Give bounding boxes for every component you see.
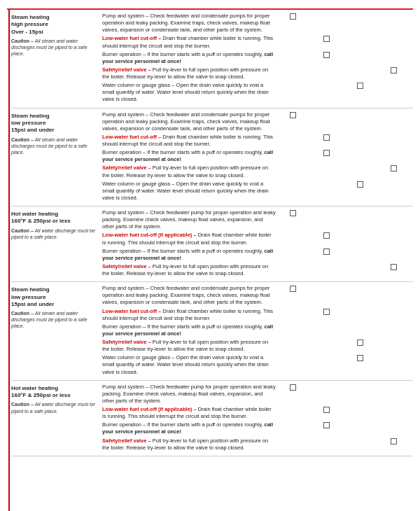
check-row-s1-0: Pump and system – Check feedwater and co… (102, 13, 410, 34)
checkbox-weekly[interactable] (323, 232, 330, 239)
equipment-col-s4: Steam heatinglow pressure15psi and under… (11, 285, 102, 377)
check-cell-daily-s3-0 (276, 209, 309, 216)
check-cell-quarterly-s1-3 (377, 66, 410, 74)
checkbox-daily[interactable] (290, 13, 296, 20)
checkbox-weekly[interactable] (323, 248, 330, 255)
check-text-s3-1: Low-water fuel cut-off (if applicable) –… (102, 232, 276, 246)
equipment-title-s4: Steam heatinglow pressure15psi and under (11, 286, 98, 308)
check-cell-weekly-s1-0 (309, 13, 343, 20)
check-boxes-s4-3 (276, 339, 410, 346)
equipment-title-s2: Steam heatinglow pressure15psi and under (11, 113, 98, 134)
check-cell-quarterly-s4-3 (377, 339, 410, 346)
equipment-title-s3: Hot water heating160°F & 250psi or less (11, 211, 98, 225)
check-cell-weekly-s4-0 (309, 285, 343, 292)
check-cell-daily-s2-3 (276, 164, 309, 172)
checkbox-daily[interactable] (290, 112, 296, 118)
check-cell-weekly-s3-0 (309, 209, 343, 216)
section-s2: Steam heatinglow pressure15psi and under… (11, 108, 413, 207)
check-boxes-s5-1 (276, 406, 410, 413)
check-cell-daily-s5-3 (276, 438, 309, 444)
checkbox-quarterly[interactable] (391, 264, 397, 270)
check-cell-quarterly-s5-3 (377, 438, 410, 444)
check-cell-monthly-s2-3 (343, 164, 377, 172)
check-cell-daily-s5-1 (276, 406, 309, 413)
checkbox-daily[interactable] (290, 384, 296, 391)
checkbox-weekly[interactable] (323, 36, 330, 42)
check-cell-weekly-s3-3 (309, 263, 343, 270)
checkbox-daily[interactable] (290, 210, 296, 216)
checkbox-monthly[interactable] (357, 83, 363, 89)
check-cell-daily-s1-3 (276, 66, 309, 74)
equipment-caution-s1: Caution – All steam and water discharges… (11, 38, 98, 57)
check-cell-quarterly-s1-1 (377, 35, 410, 42)
checkbox-weekly[interactable] (323, 150, 330, 156)
check-text-s3-0: Pump and system – Check feedwater pump f… (102, 209, 276, 230)
section-s3: Hot water heating160°F & 250psi or lessC… (11, 206, 413, 282)
check-boxes-s1-3 (276, 66, 410, 74)
check-cell-monthly-s5-3 (343, 438, 377, 444)
checkbox-weekly[interactable] (323, 309, 330, 315)
check-text-s1-2: Burner operation – If the burner starts … (102, 51, 276, 65)
check-cell-daily-s4-4 (276, 354, 309, 361)
check-cell-weekly-s1-3 (309, 66, 343, 74)
check-text-s2-4: Water column or gauge glass – Open the d… (102, 181, 276, 202)
checkbox-daily[interactable] (290, 286, 296, 292)
checkbox-quarterly[interactable] (391, 438, 397, 444)
equipment-title-s1: Steam heatinghigh pressureOver - 15psi (11, 14, 98, 36)
checkbox-weekly[interactable] (323, 422, 330, 428)
check-row-s3-2: Burner operation – If the burner starts … (102, 248, 410, 262)
check-text-s2-2: Burner operation – If the burner starts … (102, 149, 276, 163)
check-cell-monthly-s4-0 (343, 285, 377, 292)
check-cell-monthly-s4-4 (343, 354, 377, 361)
checkbox-monthly[interactable] (357, 181, 363, 188)
check-boxes-s3-0 (276, 209, 410, 216)
check-text-s3-2: Burner operation – If the burner starts … (102, 248, 276, 262)
check-row-s3-0: Pump and system – Check feedwater pump f… (102, 209, 410, 230)
what-col-s1: Pump and system – Check feedwater and co… (102, 13, 413, 105)
check-row-s2-1: Low-water fuel cut-off – Drain float cha… (102, 134, 410, 148)
check-cell-monthly-s3-2 (343, 248, 377, 255)
check-boxes-s3-3 (276, 263, 410, 270)
check-boxes-s5-3 (276, 438, 410, 444)
check-cell-monthly-s2-4 (343, 181, 377, 188)
checkbox-quarterly[interactable] (391, 165, 397, 172)
checkbox-weekly[interactable] (323, 407, 330, 413)
check-text-s2-1: Low-water fuel cut-off – Drain float cha… (102, 134, 276, 148)
check-text-s1-0: Pump and system – Check feedwater and co… (102, 13, 276, 34)
checkbox-weekly[interactable] (323, 52, 330, 58)
check-text-s1-1: Low-water fuel cut-off – Drain float cha… (102, 35, 276, 49)
checkbox-monthly[interactable] (357, 355, 363, 361)
check-cell-quarterly-s2-2 (377, 149, 410, 156)
check-cell-monthly-s5-0 (343, 384, 377, 391)
check-boxes-s1-0 (276, 13, 410, 20)
equipment-caution-s4: Caution – All steam and water discharges… (11, 310, 98, 329)
check-cell-weekly-s5-0 (309, 384, 343, 391)
check-cell-quarterly-s4-4 (377, 354, 410, 361)
check-cell-weekly-s4-1 (309, 308, 343, 315)
check-text-s4-4: Water column or gauge glass – Open the d… (102, 354, 276, 375)
check-boxes-s4-4 (276, 354, 410, 361)
equipment-title-s5: Hot water heating160°F & 250psi or less (11, 385, 98, 400)
checkbox-quarterly[interactable] (391, 67, 397, 74)
check-cell-weekly-s1-2 (309, 51, 343, 58)
check-cell-daily-s2-1 (276, 134, 309, 141)
check-cell-quarterly-s3-1 (377, 232, 410, 239)
check-row-s2-0: Pump and system – Check feedwater and co… (102, 111, 410, 132)
check-cell-quarterly-s1-2 (377, 51, 410, 58)
check-cell-monthly-s2-2 (343, 149, 377, 156)
check-cell-quarterly-s1-0 (377, 13, 410, 20)
sections-wrapper: Steam heatinghigh pressureOver - 15psiCa… (7, 10, 413, 511)
check-cell-weekly-s2-4 (309, 181, 343, 188)
check-row-s1-1: Low-water fuel cut-off – Drain float cha… (102, 35, 410, 49)
equipment-col-s2: Steam heatinglow pressure15psi and under… (11, 111, 102, 204)
checkbox-monthly[interactable] (357, 340, 363, 346)
equipment-col-s1: Steam heatinghigh pressureOver - 15psiCa… (11, 13, 102, 105)
check-cell-monthly-s2-1 (343, 134, 377, 141)
check-cell-weekly-s3-1 (309, 232, 343, 239)
check-row-s2-4: Water column or gauge glass – Open the d… (102, 181, 410, 202)
sidebar-label (7, 10, 10, 511)
checkbox-weekly[interactable] (323, 134, 330, 141)
check-cell-daily-s4-3 (276, 339, 309, 346)
section-s5: Hot water heating160°F & 250psi or lessC… (11, 381, 413, 456)
check-cell-daily-s5-0 (276, 384, 309, 391)
